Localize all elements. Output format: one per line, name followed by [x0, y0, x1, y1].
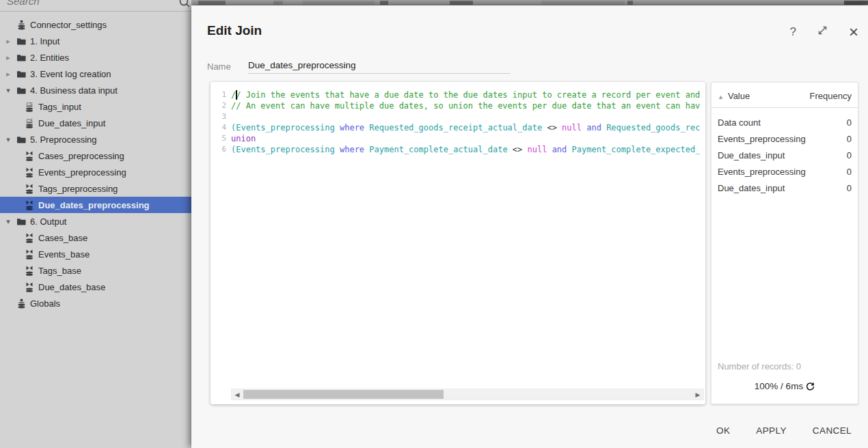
- join-icon: [25, 266, 34, 276]
- sort-ascending-icon[interactable]: ▲: [718, 94, 724, 100]
- folder-icon: [16, 37, 26, 46]
- sidebar-item-events-base[interactable]: Events_base: [0, 246, 191, 262]
- cs-icon: CS: [25, 118, 34, 128]
- sidebar-item-due-dates-preprocessing[interactable]: Due_dates_preprocessing: [0, 197, 191, 213]
- sidebar-item-label: Cases_preprocessing: [38, 151, 124, 161]
- sidebar-item-label: Due_dates_base: [38, 282, 105, 292]
- expression-editor[interactable]: 1// Join the events that have a due date…: [211, 82, 705, 404]
- join-icon: [25, 233, 34, 243]
- expand-arrow-icon[interactable]: ▸: [4, 70, 12, 79]
- sidebar-item-label: Cases_base: [38, 233, 87, 243]
- sidebar-item-2-entities[interactable]: ▸2. Entities: [0, 49, 191, 66]
- dataset-tree: Connector_settings▸1. Input▸2. Entities▸…: [0, 16, 191, 311]
- ok-button[interactable]: OK: [715, 421, 731, 440]
- expand-arrow-icon[interactable]: ▸: [4, 37, 12, 46]
- refresh-icon[interactable]: [803, 381, 815, 391]
- code-line: 3: [211, 111, 705, 122]
- sidebar-item-label: Tags_base: [38, 266, 81, 276]
- folder-icon: [16, 135, 26, 144]
- sidebar-item-1-input[interactable]: ▸1. Input: [0, 33, 191, 49]
- result-row[interactable]: Events_preprocessing0: [711, 163, 858, 180]
- folder-icon: [16, 53, 26, 62]
- sidebar-item-events-preprocessing[interactable]: Events_preprocessing: [0, 164, 191, 180]
- result-row[interactable]: Data count0: [711, 114, 858, 130]
- scroll-left-arrow[interactable]: ◀: [232, 389, 243, 400]
- cs-icon: CS: [25, 102, 34, 112]
- code-area[interactable]: 1// Join the events that have a due date…: [211, 82, 705, 404]
- value-column-header[interactable]: Value: [728, 91, 750, 101]
- search-icon[interactable]: [178, 0, 190, 10]
- sidebar-item-label: Due_dates_preprocessing: [38, 200, 150, 210]
- code-line: 2// An event can have multiple due dates…: [211, 100, 705, 111]
- collapse-arrow-icon[interactable]: ▾: [4, 135, 12, 144]
- dialog-title: Edit Join: [207, 23, 262, 38]
- collapse-arrow-icon[interactable]: ▾: [4, 217, 12, 226]
- sidebar-item-3-event-log-creation[interactable]: ▸3. Event log creation: [0, 66, 191, 82]
- sidebar-item-6-output[interactable]: ▾6. Output: [0, 213, 191, 229]
- sidebar-item-label: 6. Output: [30, 216, 66, 227]
- results-header[interactable]: ▲Value Frequency: [711, 83, 858, 108]
- sidebar-item-tags-input[interactable]: CSTags_input: [0, 98, 191, 115]
- datastore-icon: [16, 298, 26, 309]
- name-input[interactable]: [248, 60, 511, 74]
- sidebar-item-label: 3. Event log creation: [30, 69, 111, 79]
- search-bar[interactable]: Search: [0, 0, 191, 12]
- line-number: 3: [211, 111, 231, 122]
- scroll-right-arrow[interactable]: ▶: [692, 389, 703, 400]
- sidebar-item-label: Tags_input: [38, 102, 81, 112]
- sidebar-item-label: Connector_settings: [30, 20, 107, 30]
- scrollbar-thumb[interactable]: [243, 390, 444, 399]
- expand-arrow-icon[interactable]: ▸: [4, 53, 12, 62]
- sidebar-item-cases-base[interactable]: Cases_base: [0, 229, 191, 246]
- folder-icon: [16, 217, 26, 226]
- sidebar-item-connector-settings[interactable]: Connector_settings: [0, 16, 191, 33]
- collapse-arrow-icon[interactable]: ▾: [4, 86, 12, 95]
- record-count: Number of records: 0: [718, 361, 801, 372]
- sidebar-item-label: Globals: [30, 298, 60, 309]
- folder-icon: [16, 86, 26, 95]
- name-label: Name: [207, 61, 231, 72]
- sidebar-item-5-preprocessing[interactable]: ▾5. Preprocessing: [0, 131, 191, 148]
- sidebar-item-tags-preprocessing[interactable]: Tags_preprocessing: [0, 180, 191, 197]
- sidebar-item-label: 4. Business data input: [30, 85, 118, 96]
- result-row[interactable]: Due_dates_input0: [711, 147, 858, 163]
- sidebar-item-label: Due_dates_input: [38, 118, 105, 128]
- sidebar-item-label: 1. Input: [30, 36, 59, 46]
- horizontal-scrollbar[interactable]: ◀ ▶: [231, 389, 704, 400]
- line-number: 6: [211, 144, 231, 155]
- cancel-button[interactable]: CANCEL: [811, 421, 853, 440]
- svg-text:CS: CS: [26, 102, 33, 107]
- line-number: 5: [211, 133, 231, 144]
- result-row[interactable]: Events_preprocessing0: [711, 130, 858, 147]
- dimmed-background-toolbar: [191, 0, 868, 5]
- edit-join-dialog: Edit Join ? × Name 1// Join the events t…: [191, 5, 868, 448]
- close-icon[interactable]: ×: [849, 26, 858, 38]
- sidebar-item-due-dates-input[interactable]: CSDue_dates_input: [0, 115, 191, 131]
- join-icon: [25, 151, 34, 161]
- expand-icon[interactable]: [817, 25, 828, 39]
- join-icon: [25, 184, 34, 194]
- sidebar-item-label: Tags_preprocessing: [38, 184, 118, 194]
- folder-icon: [16, 70, 26, 79]
- sampling-status: 100% / 6ms: [711, 381, 858, 391]
- join-icon: [25, 249, 34, 260]
- dataset-tree-sidebar: Search Connector_settings▸1. Input▸2. En…: [0, 0, 191, 448]
- code-line: 4(Events_preprocessing where Requested_g…: [211, 122, 705, 133]
- sidebar-item-label: Events_preprocessing: [38, 167, 126, 178]
- help-icon[interactable]: ?: [790, 26, 796, 38]
- sidebar-item-cases-preprocessing[interactable]: Cases_preprocessing: [0, 148, 191, 164]
- value-frequency-panel: ▲Value Frequency Data count0Events_prepr…: [711, 82, 858, 404]
- sidebar-item-tags-base[interactable]: Tags_base: [0, 262, 191, 279]
- sidebar-item-label: Events_base: [38, 249, 90, 260]
- apply-button[interactable]: APPLY: [755, 421, 788, 440]
- sidebar-item-due-dates-base[interactable]: Due_dates_base: [0, 279, 191, 295]
- result-row[interactable]: Due_dates_input0: [711, 180, 858, 196]
- line-number: 1: [211, 89, 231, 100]
- join-icon: [25, 200, 34, 210]
- frequency-column-header[interactable]: Frequency: [810, 91, 852, 101]
- sidebar-item-4-business-data-input[interactable]: ▾4. Business data input: [0, 82, 191, 98]
- sidebar-item-label: 2. Entities: [30, 53, 69, 63]
- sidebar-item-globals[interactable]: Globals: [0, 295, 191, 311]
- line-number: 2: [211, 100, 231, 111]
- search-input[interactable]: Search: [7, 0, 40, 7]
